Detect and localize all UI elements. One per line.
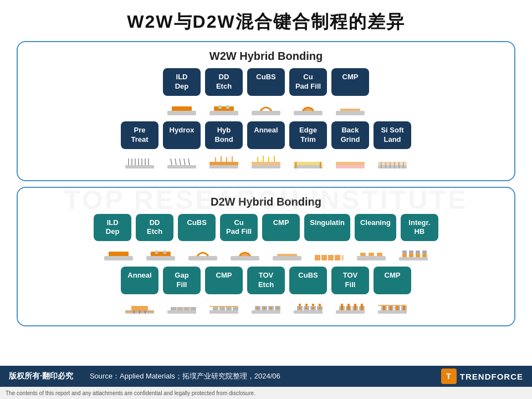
svg-rect-69 bbox=[369, 253, 374, 256]
svg-rect-77 bbox=[409, 250, 413, 254]
cmp-w2w-icon bbox=[331, 99, 369, 119]
d2w-box-cmp: CMP bbox=[262, 214, 300, 242]
svg-rect-72 bbox=[402, 254, 407, 257]
svg-rect-92 bbox=[183, 307, 184, 310]
w2w-row1-icons bbox=[29, 99, 503, 119]
d2w-cmp2-icon bbox=[205, 298, 243, 318]
d2w-singulatin-icon bbox=[310, 244, 348, 264]
d2w-box-cleaning: Cleaning bbox=[355, 214, 396, 242]
w2w-box-si-soft-land: Si SoftLand bbox=[374, 121, 411, 149]
svg-rect-86 bbox=[167, 310, 196, 314]
brand-logo-icon: T bbox=[441, 369, 457, 384]
svg-rect-79 bbox=[422, 250, 427, 254]
svg-rect-37 bbox=[294, 165, 323, 168]
svg-rect-55 bbox=[155, 250, 158, 254]
svg-rect-1 bbox=[172, 106, 192, 111]
svg-rect-120 bbox=[312, 304, 314, 306]
d2w-cu-pad-fill-icon bbox=[226, 244, 264, 264]
brand-name: TRENDFORCE bbox=[460, 372, 523, 381]
w2w-section: W2W Hybrid Bonding ILDDep DDEtch CuBS Cu… bbox=[17, 41, 515, 181]
svg-point-108 bbox=[277, 307, 279, 309]
d2w-box-integr-hb: Integr.HB bbox=[401, 214, 438, 242]
svg-rect-10 bbox=[340, 109, 360, 111]
hyb-bond-icon bbox=[205, 152, 243, 172]
d2w-box-gap-fill: GapFill bbox=[163, 267, 201, 294]
svg-line-23 bbox=[184, 158, 185, 165]
svg-point-117 bbox=[319, 307, 321, 309]
svg-rect-98 bbox=[233, 307, 238, 310]
svg-point-114 bbox=[299, 307, 301, 309]
svg-rect-42 bbox=[336, 162, 365, 165]
anneal-w2w-icon bbox=[247, 152, 285, 172]
svg-rect-74 bbox=[416, 254, 420, 257]
svg-rect-138 bbox=[396, 306, 398, 310]
d2w-box-tov-fill: TOVFill bbox=[331, 267, 369, 294]
d2w-box-ild-dep: ILDDep bbox=[94, 214, 131, 242]
d2w-cmp3-icon bbox=[374, 298, 411, 318]
w2w-box-hydrox: Hydrox bbox=[163, 121, 201, 149]
svg-rect-97 bbox=[226, 307, 232, 310]
svg-rect-25 bbox=[209, 162, 238, 165]
w2w-row1-boxes: ILDDep DDEtch CuBS CuPad Fill CMP bbox=[29, 68, 503, 96]
w2w-box-cu-pad-fill: CuPad Fill bbox=[289, 68, 327, 96]
footer-bar: 版权所有·翻印必究 Source：Applied Materials；拓墣产业研… bbox=[0, 366, 532, 387]
svg-rect-118 bbox=[299, 304, 301, 306]
svg-rect-66 bbox=[341, 255, 344, 260]
d2w-box-singulatin: Singulatin bbox=[304, 214, 350, 242]
w2w-box-pre-treat: PreTreat bbox=[121, 121, 158, 149]
svg-rect-6 bbox=[252, 111, 280, 115]
svg-rect-59 bbox=[241, 253, 249, 256]
svg-rect-139 bbox=[403, 306, 405, 310]
svg-rect-2 bbox=[209, 111, 238, 115]
d2w-section: D2W Hybrid Bonding ILDDep DDEtch CuBS Cu… bbox=[17, 187, 515, 327]
svg-rect-75 bbox=[422, 254, 427, 257]
svg-rect-65 bbox=[335, 255, 340, 260]
w2w-row2-icons bbox=[29, 152, 503, 172]
svg-rect-63 bbox=[321, 255, 327, 260]
svg-rect-119 bbox=[305, 304, 308, 306]
svg-rect-51 bbox=[104, 256, 133, 260]
svg-rect-7 bbox=[294, 111, 323, 115]
brand-logo: T TRENDFORCE bbox=[441, 369, 523, 384]
d2w-row2-boxes: Anneal GapFill CMP TOVEtch CuBS TOVFill … bbox=[29, 267, 503, 294]
svg-rect-3 bbox=[214, 106, 234, 111]
svg-rect-100 bbox=[252, 310, 280, 314]
svg-rect-73 bbox=[409, 254, 413, 257]
svg-rect-68 bbox=[360, 253, 366, 256]
svg-rect-109 bbox=[294, 310, 323, 314]
w2w-box-cubs: CuBS bbox=[247, 68, 285, 96]
svg-line-24 bbox=[188, 158, 190, 165]
svg-rect-78 bbox=[416, 250, 420, 254]
svg-rect-9 bbox=[336, 111, 365, 115]
svg-rect-90 bbox=[191, 307, 196, 310]
svg-rect-62 bbox=[315, 255, 320, 260]
svg-rect-76 bbox=[402, 250, 407, 254]
svg-rect-131 bbox=[378, 310, 407, 314]
svg-rect-43 bbox=[378, 165, 407, 168]
svg-rect-52 bbox=[109, 252, 129, 256]
svg-rect-128 bbox=[347, 304, 350, 310]
svg-rect-54 bbox=[151, 252, 171, 256]
svg-rect-94 bbox=[209, 310, 238, 314]
svg-point-116 bbox=[312, 307, 314, 309]
svg-point-105 bbox=[257, 307, 259, 309]
d2w-cleaning-icon bbox=[352, 244, 390, 264]
pre-treat-icon bbox=[121, 152, 158, 172]
d2w-tov-fill-icon bbox=[331, 298, 369, 318]
svg-rect-11 bbox=[125, 165, 154, 168]
svg-rect-87 bbox=[171, 307, 176, 310]
svg-rect-38 bbox=[294, 162, 323, 165]
d2w-dd-etch-icon bbox=[142, 244, 180, 264]
svg-rect-89 bbox=[184, 307, 190, 310]
svg-rect-88 bbox=[177, 307, 183, 310]
svg-rect-26 bbox=[209, 165, 238, 168]
svg-rect-8 bbox=[304, 108, 313, 111]
svg-rect-5 bbox=[226, 105, 229, 109]
svg-line-20 bbox=[171, 158, 172, 165]
svg-rect-19 bbox=[167, 165, 196, 168]
svg-rect-61 bbox=[277, 254, 297, 256]
d2w-row1-boxes: ILDDep DDEtch CuBS CuPad Fill CMP Singul… bbox=[29, 214, 503, 242]
svg-rect-4 bbox=[218, 105, 222, 109]
d2w-box-cmp2: CMP bbox=[205, 267, 243, 294]
svg-rect-71 bbox=[399, 257, 428, 260]
